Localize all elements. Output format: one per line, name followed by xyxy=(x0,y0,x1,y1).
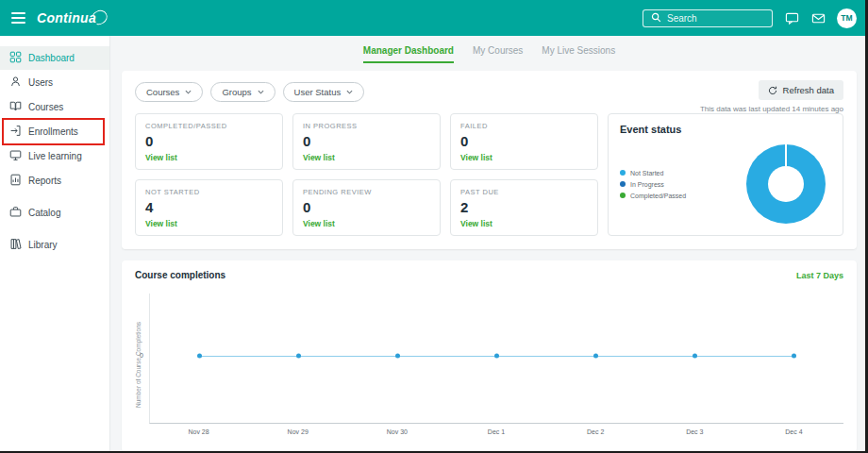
brand-logo[interactable]: Continua xyxy=(37,10,106,25)
refresh-label: Refresh data xyxy=(783,85,834,95)
sidebar-item-label: Catalog xyxy=(28,208,60,218)
data-point xyxy=(197,353,202,358)
legend-label: In Progress xyxy=(630,181,664,188)
sidebar-item-catalog[interactable]: Catalog xyxy=(0,201,109,225)
view-list-link[interactable]: View list xyxy=(145,219,273,228)
sidebar-item-label: Dashboard xyxy=(28,53,75,63)
sidebar-item-label: Live learning xyxy=(28,151,82,161)
x-tick-label: Nov 29 xyxy=(248,428,347,435)
book-icon xyxy=(9,100,22,114)
stat-value: 4 xyxy=(145,199,273,215)
view-list-link[interactable]: View list xyxy=(303,153,430,162)
stat-completed-passed: COMPLETED/PASSED 0 View list xyxy=(135,113,283,170)
data-point xyxy=(395,353,400,358)
x-tick-label: Dec 1 xyxy=(446,428,545,435)
x-axis-labels: Nov 28 Nov 29 Nov 30 Dec 1 Dec 2 Dec 3 D… xyxy=(149,428,843,435)
refresh-data-button[interactable]: Refresh data xyxy=(759,80,843,100)
avatar[interactable]: TM xyxy=(837,8,857,28)
legend-dot xyxy=(620,193,626,198)
stat-past-due: PAST DUE 2 View list xyxy=(450,179,598,236)
sidebar-item-users[interactable]: Users xyxy=(0,71,109,94)
catalog-icon xyxy=(9,206,22,220)
view-list-link[interactable]: View list xyxy=(460,153,588,162)
stat-label: PAST DUE xyxy=(460,188,588,196)
sidebar-item-label: Enrollments xyxy=(28,126,78,137)
last-updated-text: This data was last updated 14 minutes ag… xyxy=(700,105,843,113)
sidebar-item-enrollments[interactable]: Enrollments xyxy=(0,120,109,143)
search-input[interactable] xyxy=(667,13,764,24)
menu-icon[interactable] xyxy=(11,12,25,24)
sidebar-item-library[interactable]: Library xyxy=(0,233,109,257)
data-points xyxy=(150,353,843,358)
legend-dot xyxy=(620,181,626,187)
refresh-icon xyxy=(768,86,777,95)
legend-item-completed-passed: Completed/Passed xyxy=(620,193,686,199)
screen-icon xyxy=(9,149,22,163)
line-chart-plot: 0 xyxy=(149,294,843,424)
tab-my-courses[interactable]: My Courses xyxy=(473,45,523,63)
dashboard-icon xyxy=(9,51,22,65)
library-icon xyxy=(9,238,22,252)
chevron-down-icon xyxy=(185,90,192,94)
tab-my-live-sessions[interactable]: My Live Sessions xyxy=(542,45,615,63)
filter-label: Groups xyxy=(222,87,251,97)
filter-label: User Status xyxy=(294,87,342,97)
dashboard-tabs: Manager Dashboard My Courses My Live Ses… xyxy=(110,36,868,63)
legend-dot xyxy=(620,170,626,176)
tab-manager-dashboard[interactable]: Manager Dashboard xyxy=(363,45,454,63)
stat-label: PENDING REVIEW xyxy=(303,188,430,196)
sidebar-item-label: Library xyxy=(28,240,58,250)
y-axis-tick: 0 xyxy=(140,352,143,359)
event-status-card: Event status Not Started In Progress xyxy=(608,113,843,236)
data-point xyxy=(593,353,598,358)
x-tick-label: Dec 2 xyxy=(546,428,645,435)
mail-icon[interactable] xyxy=(810,10,826,25)
stat-value: 0 xyxy=(145,133,273,149)
chat-icon[interactable] xyxy=(784,10,799,25)
stat-label: COMPLETED/PASSED xyxy=(145,122,273,130)
data-point xyxy=(494,353,499,358)
filter-groups[interactable]: Groups xyxy=(210,82,275,102)
search-icon xyxy=(651,9,661,26)
filter-label: Courses xyxy=(146,87,179,97)
stat-failed: FAILED 0 View list xyxy=(450,113,598,170)
main-content: Manager Dashboard My Courses My Live Ses… xyxy=(110,36,868,453)
stat-label: FAILED xyxy=(460,122,588,130)
view-list-link[interactable]: View list xyxy=(303,219,430,228)
filter-user-status[interactable]: User Status xyxy=(283,82,365,102)
legend-label: Completed/Passed xyxy=(630,193,686,199)
x-tick-label: Dec 4 xyxy=(744,428,843,435)
filter-courses[interactable]: Courses xyxy=(135,82,203,102)
chevron-down-icon xyxy=(258,90,264,94)
x-tick-label: Nov 28 xyxy=(149,428,248,435)
chart-title: Course completions xyxy=(135,270,225,280)
event-status-legend: Not Started In Progress Completed/Passed xyxy=(620,170,686,199)
event-status-donut-chart xyxy=(746,144,826,224)
stat-label: IN PROGRESS xyxy=(303,122,430,130)
legend-item-not-started: Not Started xyxy=(620,170,686,176)
view-list-link[interactable]: View list xyxy=(145,153,273,162)
data-point xyxy=(792,353,796,358)
manager-dashboard-card: Courses Groups User Status Refresh data xyxy=(122,71,857,249)
data-point xyxy=(296,353,301,358)
users-icon xyxy=(9,76,22,90)
sidebar-item-label: Users xyxy=(28,77,53,88)
x-tick-label: Dec 3 xyxy=(645,428,744,435)
view-list-link[interactable]: View list xyxy=(460,219,588,228)
legend-item-in-progress: In Progress xyxy=(620,181,686,188)
stat-pending-review: PENDING REVIEW 0 View list xyxy=(292,179,441,236)
search-box[interactable] xyxy=(643,9,773,27)
sidebar-item-courses[interactable]: Courses xyxy=(0,95,109,119)
sidebar-item-dashboard[interactable]: Dashboard xyxy=(0,46,109,70)
top-header: Continua TM xyxy=(0,0,868,36)
stats-grid: COMPLETED/PASSED 0 View list IN PROGRESS… xyxy=(135,113,598,236)
sidebar-item-label: Courses xyxy=(28,102,63,112)
chart-period-link[interactable]: Last 7 Days xyxy=(796,271,843,280)
sidebar-item-live-learning[interactable]: Live learning xyxy=(0,144,109,168)
stat-value: 0 xyxy=(303,199,430,215)
sidebar-item-reports[interactable]: Reports xyxy=(0,169,109,193)
data-point xyxy=(693,353,697,358)
event-status-title: Event status xyxy=(620,124,831,135)
stat-value: 0 xyxy=(460,133,588,149)
sidebar-item-label: Reports xyxy=(28,176,61,186)
